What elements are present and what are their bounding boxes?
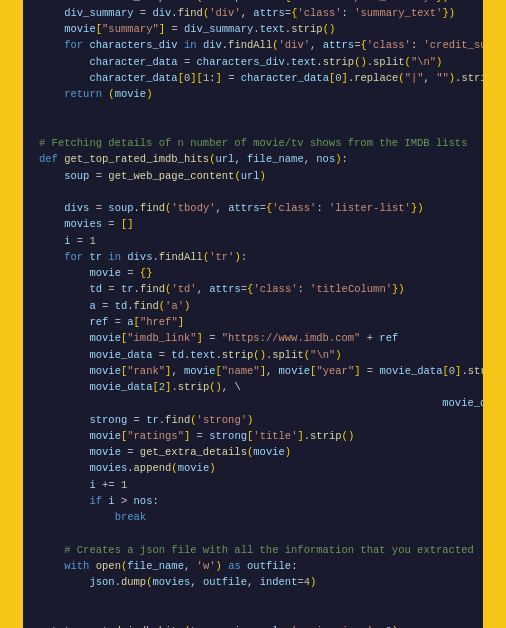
code-editor: # Going into individual movie/tv show UR… <box>23 0 483 628</box>
code-content: # Going into individual movie/tv show UR… <box>39 0 467 628</box>
